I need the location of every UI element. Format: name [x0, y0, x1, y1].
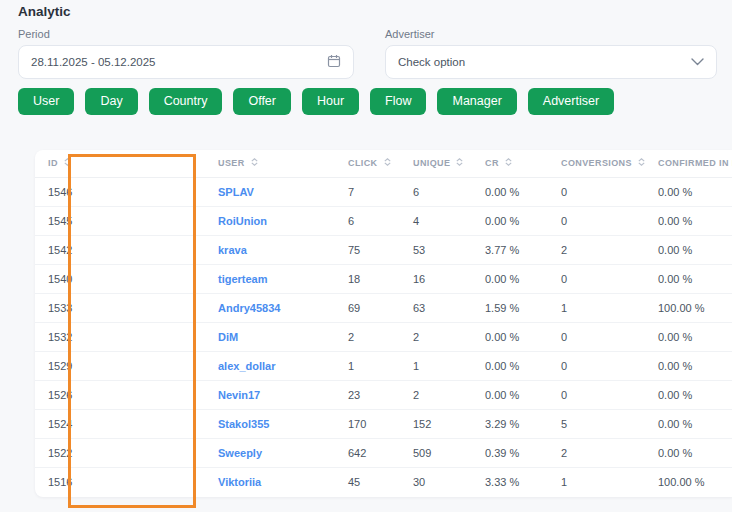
user-link[interactable]: Nevin17: [218, 389, 260, 401]
column-header-click: CLICK: [335, 150, 400, 177]
table-body: 1546 SPLAV 7 6 0.00 % 0 0.00 % 1545 RoiU…: [35, 177, 732, 496]
cell-conversions: 5: [548, 409, 645, 438]
column-header-id: ID: [35, 150, 85, 177]
cell-click: 170: [335, 409, 400, 438]
cell-click: 2: [335, 322, 400, 351]
user-link[interactable]: Viktoriia: [218, 476, 261, 488]
cell-user: RoiUnion: [205, 206, 335, 235]
cell-cr: 3.77 %: [472, 235, 548, 264]
user-link[interactable]: DiM: [218, 331, 238, 343]
table-row: 1516 Viktoriia 45 30 3.33 % 1 100.00 %: [35, 467, 732, 496]
chevron-down-icon[interactable]: [691, 56, 704, 68]
cell-empty: [85, 351, 205, 380]
cell-id: 1526: [35, 380, 85, 409]
cell-unique: 509: [400, 438, 472, 467]
cell-user: Sweeply: [205, 438, 335, 467]
user-link[interactable]: krava: [218, 244, 247, 256]
cell-cr: 0.39 %: [472, 438, 548, 467]
user-link[interactable]: Stakol355: [218, 418, 269, 430]
report-button-country[interactable]: Country: [149, 88, 223, 115]
cell-empty: [85, 177, 205, 206]
user-link[interactable]: Sweeply: [218, 447, 262, 459]
cell-conversions: 0: [548, 177, 645, 206]
cell-user: tigerteam: [205, 264, 335, 293]
cell-click: 1: [335, 351, 400, 380]
sort-icon[interactable]: [383, 159, 392, 169]
cell-cr: 0.00 %: [472, 177, 548, 206]
period-input[interactable]: 28.11.2025 - 05.12.2025: [18, 45, 354, 79]
cell-id: 1524: [35, 409, 85, 438]
report-button-hour[interactable]: Hour: [302, 88, 359, 115]
cell-click: 45: [335, 467, 400, 496]
cell-unique: 2: [400, 380, 472, 409]
cell-conversions: 2: [548, 438, 645, 467]
user-link[interactable]: SPLAV: [218, 186, 254, 198]
cell-unique: 16: [400, 264, 472, 293]
cell-confirmed: 0.00 %: [645, 264, 732, 293]
cell-confirmed: 100.00 %: [645, 293, 732, 322]
cell-confirmed: 0.00 %: [645, 351, 732, 380]
sort-icon[interactable]: [637, 159, 645, 169]
sort-icon[interactable]: [504, 159, 513, 169]
cell-id: 1516: [35, 467, 85, 496]
sort-icon[interactable]: [63, 159, 72, 169]
cell-unique: 30: [400, 467, 472, 496]
cell-cr: 0.00 %: [472, 322, 548, 351]
table-row: 1545 RoiUnion 6 4 0.00 % 0 0.00 %: [35, 206, 732, 235]
cell-user: Nevin17: [205, 380, 335, 409]
report-button-advertiser[interactable]: Advertiser: [528, 88, 614, 115]
user-link[interactable]: alex_dollar: [218, 360, 275, 372]
sort-icon[interactable]: [250, 159, 259, 169]
cell-cr: 0.00 %: [472, 380, 548, 409]
cell-unique: 2: [400, 322, 472, 351]
cell-unique: 4: [400, 206, 472, 235]
user-link[interactable]: Andry45834: [218, 302, 280, 314]
user-link[interactable]: RoiUnion: [218, 215, 267, 227]
report-button-flow[interactable]: Flow: [370, 88, 426, 115]
cell-cr: 3.33 %: [472, 467, 548, 496]
cell-confirmed: 0.00 %: [645, 322, 732, 351]
cell-empty: [85, 293, 205, 322]
report-button-offer[interactable]: Offer: [233, 88, 291, 115]
cell-conversions: 0: [548, 206, 645, 235]
report-buttons: User Day Country Offer Hour Flow Manager…: [18, 88, 614, 115]
cell-user: SPLAV: [205, 177, 335, 206]
cell-id: 1532: [35, 322, 85, 351]
user-link[interactable]: tigerteam: [218, 273, 268, 285]
report-button-manager[interactable]: Manager: [437, 88, 516, 115]
cell-id: 1545: [35, 206, 85, 235]
cell-confirmed: 100.00 %: [645, 467, 732, 496]
cell-cr: 1.59 %: [472, 293, 548, 322]
cell-empty: [85, 322, 205, 351]
table-row: 1540 tigerteam 18 16 0.00 % 0 0.00 %: [35, 264, 732, 293]
cell-empty: [85, 409, 205, 438]
column-header-unique: UNIQUE: [400, 150, 472, 177]
analytics-table: ID USER CLICK UNIQUE CR CONVERSIONS CONF…: [35, 150, 732, 497]
cell-cr: 0.00 %: [472, 264, 548, 293]
cell-confirmed: 0.00 %: [645, 380, 732, 409]
cell-unique: 152: [400, 409, 472, 438]
cell-click: 642: [335, 438, 400, 467]
cell-user: Andry45834: [205, 293, 335, 322]
cell-conversions: 0: [548, 380, 645, 409]
table-row: 1529 alex_dollar 1 1 0.00 % 0 0.00 %: [35, 351, 732, 380]
report-button-day[interactable]: Day: [85, 88, 137, 115]
cell-id: 1529: [35, 351, 85, 380]
cell-cr: 0.00 %: [472, 206, 548, 235]
cell-unique: 1: [400, 351, 472, 380]
column-header-cr: CR: [472, 150, 548, 177]
cell-user: Stakol355: [205, 409, 335, 438]
advertiser-select[interactable]: Check option: [385, 45, 717, 79]
report-button-user[interactable]: User: [18, 88, 74, 115]
cell-empty: [85, 380, 205, 409]
cell-unique: 53: [400, 235, 472, 264]
calendar-icon[interactable]: [327, 54, 341, 70]
column-header-confirmed: CONFIRMED IN PERCEN: [645, 150, 732, 177]
sort-icon[interactable]: [455, 159, 464, 169]
cell-conversions: 0: [548, 264, 645, 293]
column-header-user: USER: [205, 150, 335, 177]
cell-confirmed: 0.00 %: [645, 206, 732, 235]
cell-click: 69: [335, 293, 400, 322]
cell-cr: 0.00 %: [472, 351, 548, 380]
table-row: 1524 Stakol355 170 152 3.29 % 5 0.00 %: [35, 409, 732, 438]
